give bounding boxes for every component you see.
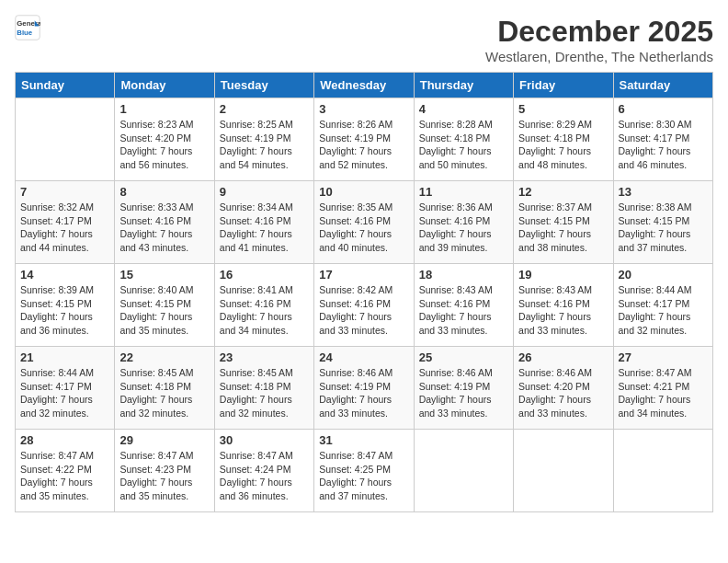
calendar-cell: 22Sunrise: 8:45 AMSunset: 4:18 PMDayligh…: [115, 347, 214, 430]
month-title: December 2025: [485, 15, 713, 49]
day-number: 25: [419, 350, 508, 364]
calendar-cell: 25Sunrise: 8:46 AMSunset: 4:19 PMDayligh…: [414, 347, 513, 430]
calendar-cell: 31Sunrise: 8:47 AMSunset: 4:25 PMDayligh…: [314, 430, 414, 512]
day-detail: Sunrise: 8:35 AMSunset: 4:16 PMDaylight:…: [319, 201, 408, 255]
day-number: 27: [619, 350, 708, 364]
day-number: 8: [119, 185, 209, 199]
calendar-cell: 8Sunrise: 8:33 AMSunset: 4:16 PMDaylight…: [115, 181, 214, 264]
calendar-cell: 11Sunrise: 8:36 AMSunset: 4:16 PMDayligh…: [414, 181, 513, 264]
day-number: 31: [319, 433, 408, 447]
day-number: 9: [220, 185, 309, 199]
calendar-cell: 16Sunrise: 8:41 AMSunset: 4:16 PMDayligh…: [214, 264, 313, 347]
calendar-cell: 26Sunrise: 8:46 AMSunset: 4:20 PMDayligh…: [514, 347, 613, 430]
day-number: 22: [119, 350, 209, 364]
logo-icon: General Blue: [15, 15, 40, 40]
calendar-cell: 23Sunrise: 8:45 AMSunset: 4:18 PMDayligh…: [214, 347, 313, 430]
day-detail: Sunrise: 8:40 AMSunset: 4:15 PMDaylight:…: [119, 283, 209, 338]
calendar-cell: 10Sunrise: 8:35 AMSunset: 4:16 PMDayligh…: [314, 181, 414, 264]
day-number: 11: [419, 185, 508, 199]
svg-text:Blue: Blue: [17, 29, 33, 37]
calendar-cell: 24Sunrise: 8:46 AMSunset: 4:19 PMDayligh…: [314, 347, 414, 430]
calendar-cell: 4Sunrise: 8:28 AMSunset: 4:18 PMDaylight…: [414, 98, 513, 181]
calendar-cell: 17Sunrise: 8:42 AMSunset: 4:16 PMDayligh…: [314, 264, 414, 347]
calendar-cell: 19Sunrise: 8:43 AMSunset: 4:16 PMDayligh…: [514, 264, 613, 347]
day-detail: Sunrise: 8:39 AMSunset: 4:15 PMDaylight:…: [20, 283, 109, 338]
header-tuesday: Tuesday: [214, 73, 313, 98]
day-number: 5: [518, 102, 608, 116]
day-detail: Sunrise: 8:42 AMSunset: 4:16 PMDaylight:…: [319, 283, 408, 338]
day-number: 19: [518, 268, 608, 282]
day-number: 10: [319, 185, 408, 199]
calendar-cell: 21Sunrise: 8:44 AMSunset: 4:17 PMDayligh…: [16, 347, 115, 430]
day-detail: Sunrise: 8:33 AMSunset: 4:16 PMDaylight:…: [119, 201, 209, 255]
day-number: 3: [319, 102, 408, 116]
calendar-cell: [16, 98, 115, 181]
day-number: 21: [20, 350, 109, 364]
calendar-cell: 6Sunrise: 8:30 AMSunset: 4:17 PMDaylight…: [613, 98, 712, 181]
calendar-cell: 18Sunrise: 8:43 AMSunset: 4:16 PMDayligh…: [414, 264, 513, 347]
day-detail: Sunrise: 8:47 AMSunset: 4:24 PMDaylight:…: [220, 449, 309, 503]
day-number: 16: [220, 268, 309, 282]
day-number: 23: [220, 350, 309, 364]
calendar-header-row: SundayMondayTuesdayWednesdayThursdayFrid…: [16, 73, 713, 98]
day-detail: Sunrise: 8:43 AMSunset: 4:16 PMDaylight:…: [419, 283, 508, 338]
day-detail: Sunrise: 8:37 AMSunset: 4:15 PMDaylight:…: [518, 201, 608, 255]
day-detail: Sunrise: 8:45 AMSunset: 4:18 PMDaylight:…: [119, 366, 209, 420]
calendar-cell: 1Sunrise: 8:23 AMSunset: 4:20 PMDaylight…: [115, 98, 214, 181]
day-detail: Sunrise: 8:47 AMSunset: 4:23 PMDaylight:…: [119, 449, 209, 503]
calendar-cell: 2Sunrise: 8:25 AMSunset: 4:19 PMDaylight…: [214, 98, 313, 181]
calendar-cell: 28Sunrise: 8:47 AMSunset: 4:22 PMDayligh…: [16, 430, 115, 512]
day-detail: Sunrise: 8:25 AMSunset: 4:19 PMDaylight:…: [220, 118, 309, 172]
day-number: 18: [419, 268, 508, 282]
day-number: 28: [20, 433, 109, 447]
header-saturday: Saturday: [613, 73, 712, 98]
calendar-cell: 12Sunrise: 8:37 AMSunset: 4:15 PMDayligh…: [514, 181, 613, 264]
calendar-cell: 13Sunrise: 8:38 AMSunset: 4:15 PMDayligh…: [613, 181, 712, 264]
day-number: 1: [119, 102, 209, 116]
day-number: 14: [20, 268, 109, 282]
header-monday: Monday: [115, 73, 214, 98]
calendar-cell: [414, 430, 513, 512]
day-detail: Sunrise: 8:30 AMSunset: 4:17 PMDaylight:…: [619, 118, 708, 172]
day-detail: Sunrise: 8:44 AMSunset: 4:17 PMDaylight:…: [20, 366, 109, 420]
day-detail: Sunrise: 8:47 AMSunset: 4:22 PMDaylight:…: [20, 449, 109, 503]
calendar-week-row: 7Sunrise: 8:32 AMSunset: 4:17 PMDaylight…: [16, 181, 713, 264]
day-detail: Sunrise: 8:43 AMSunset: 4:16 PMDaylight:…: [518, 283, 608, 338]
day-detail: Sunrise: 8:38 AMSunset: 4:15 PMDaylight:…: [619, 201, 708, 255]
calendar-week-row: 1Sunrise: 8:23 AMSunset: 4:20 PMDaylight…: [16, 98, 713, 181]
day-number: 4: [419, 102, 508, 116]
calendar-cell: 20Sunrise: 8:44 AMSunset: 4:17 PMDayligh…: [613, 264, 712, 347]
day-detail: Sunrise: 8:32 AMSunset: 4:17 PMDaylight:…: [20, 201, 109, 255]
day-detail: Sunrise: 8:44 AMSunset: 4:17 PMDaylight:…: [619, 283, 708, 338]
day-detail: Sunrise: 8:45 AMSunset: 4:18 PMDaylight:…: [220, 366, 309, 420]
calendar-cell: 9Sunrise: 8:34 AMSunset: 4:16 PMDaylight…: [214, 181, 313, 264]
day-detail: Sunrise: 8:46 AMSunset: 4:20 PMDaylight:…: [518, 366, 608, 420]
logo: General Blue: [15, 15, 40, 40]
calendar-week-row: 14Sunrise: 8:39 AMSunset: 4:15 PMDayligh…: [16, 264, 713, 347]
title-area: December 2025 Westlaren, Drenthe, The Ne…: [485, 15, 713, 64]
calendar-cell: [613, 430, 712, 512]
day-detail: Sunrise: 8:46 AMSunset: 4:19 PMDaylight:…: [319, 366, 408, 420]
day-number: 29: [119, 433, 209, 447]
header-friday: Friday: [514, 73, 613, 98]
calendar-cell: 27Sunrise: 8:47 AMSunset: 4:21 PMDayligh…: [613, 347, 712, 430]
day-number: 13: [619, 185, 708, 199]
day-detail: Sunrise: 8:28 AMSunset: 4:18 PMDaylight:…: [419, 118, 508, 172]
calendar-cell: 30Sunrise: 8:47 AMSunset: 4:24 PMDayligh…: [214, 430, 313, 512]
header-wednesday: Wednesday: [314, 73, 414, 98]
day-detail: Sunrise: 8:47 AMSunset: 4:25 PMDaylight:…: [319, 449, 408, 503]
calendar-cell: 14Sunrise: 8:39 AMSunset: 4:15 PMDayligh…: [16, 264, 115, 347]
calendar-table: SundayMondayTuesdayWednesdayThursdayFrid…: [15, 72, 713, 512]
day-number: 30: [220, 433, 309, 447]
day-detail: Sunrise: 8:36 AMSunset: 4:16 PMDaylight:…: [419, 201, 508, 255]
calendar-cell: 29Sunrise: 8:47 AMSunset: 4:23 PMDayligh…: [115, 430, 214, 512]
day-number: 12: [518, 185, 608, 199]
calendar-cell: 7Sunrise: 8:32 AMSunset: 4:17 PMDaylight…: [16, 181, 115, 264]
day-detail: Sunrise: 8:23 AMSunset: 4:20 PMDaylight:…: [119, 118, 209, 172]
day-number: 26: [518, 350, 608, 364]
day-number: 24: [319, 350, 408, 364]
day-number: 20: [619, 268, 708, 282]
calendar-cell: [514, 430, 613, 512]
location-title: Westlaren, Drenthe, The Netherlands: [485, 49, 713, 64]
page-header: General Blue December 2025 Westlaren, Dr…: [15, 15, 713, 64]
